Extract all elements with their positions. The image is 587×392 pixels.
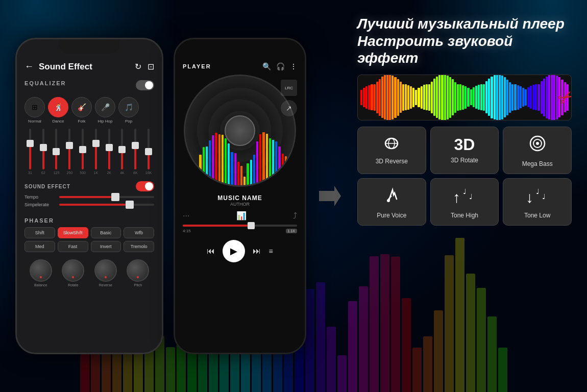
progress-thumb[interactable] bbox=[248, 222, 255, 229]
eq-freq-2K: 2K bbox=[107, 171, 111, 175]
3d-reverse-icon bbox=[381, 136, 402, 154]
preset-folk[interactable]: 🎸 Folk bbox=[71, 97, 92, 124]
player-title: PLAYER bbox=[183, 63, 257, 69]
eq-thumb-31[interactable] bbox=[27, 140, 34, 147]
balance-label: Balance bbox=[34, 283, 47, 287]
eq-slider-track-31[interactable] bbox=[29, 129, 31, 169]
preset-normal[interactable]: ⊞ Normal bbox=[25, 97, 45, 124]
share-icon[interactable]: ↗ bbox=[281, 100, 297, 116]
tempo-thumb[interactable] bbox=[111, 193, 119, 201]
eq-fill-31 bbox=[29, 145, 31, 169]
simpelerate-thumb[interactable] bbox=[126, 201, 134, 209]
tempo-fill bbox=[59, 196, 111, 198]
mega-bass-label: Mega Bass bbox=[522, 160, 553, 167]
preset-icon-hiphop: 🎤 bbox=[95, 97, 115, 117]
vinyl-spectrum bbox=[193, 124, 287, 185]
eq-slider-track-2K[interactable] bbox=[108, 129, 110, 169]
headphones-icon[interactable]: 🎧 bbox=[276, 62, 285, 70]
effect-pure-voice[interactable]: Pure Voice bbox=[357, 178, 426, 226]
phaser-shift[interactable]: Shift bbox=[25, 227, 55, 238]
eq-freq-62: 62 bbox=[41, 171, 45, 175]
play-button[interactable]: ▶ bbox=[223, 240, 245, 262]
effect-3d-reverse[interactable]: 3D Reverse bbox=[357, 127, 426, 174]
eq-thumb-125[interactable] bbox=[53, 148, 60, 155]
phaser-med[interactable]: Med bbox=[25, 241, 55, 252]
svg-text:♩: ♩ bbox=[542, 192, 546, 201]
eq-freq-4K: 4K bbox=[120, 171, 125, 175]
phone-notch bbox=[59, 39, 120, 54]
phaser-tremolo[interactable]: Tremolo bbox=[124, 241, 154, 252]
eq-icon[interactable]: 📊 bbox=[236, 211, 247, 220]
effect-tone-high[interactable]: ↑ ♩ ♩ Tone High bbox=[430, 178, 499, 226]
current-time: 4:15 bbox=[183, 229, 191, 233]
effect-tone-low[interactable]: ↓ ♩ ♩ Tone Low bbox=[503, 178, 572, 226]
rotate-knob[interactable] bbox=[62, 259, 84, 282]
tempo-slider[interactable] bbox=[59, 196, 154, 198]
eq-thumb-4K[interactable] bbox=[118, 146, 126, 153]
phaser-slowshift[interactable]: SlowShift bbox=[58, 227, 88, 238]
phaser-buttons: Shift SlowShift Basic Wfb Med Fast Inver… bbox=[25, 227, 154, 252]
pitch-knob[interactable] bbox=[127, 259, 149, 282]
back-button[interactable]: ← bbox=[25, 61, 34, 72]
eq-thumb-1K[interactable] bbox=[92, 140, 100, 147]
arrow-divider bbox=[316, 183, 342, 209]
effect-mega-bass[interactable]: Mega Bass bbox=[503, 127, 572, 174]
simpelerate-slider[interactable] bbox=[59, 204, 154, 206]
progress-fill bbox=[183, 225, 251, 227]
eq-slider-62: 62 bbox=[38, 129, 49, 175]
search-icon[interactable]: 🔍 bbox=[262, 62, 271, 70]
prev-button[interactable]: ⏮ bbox=[207, 247, 215, 256]
phaser-wfb[interactable]: Wfb bbox=[124, 227, 154, 238]
eq-slider-16K: 16K bbox=[143, 129, 154, 175]
effect-3d-rotate[interactable]: 3D 3D Rotate bbox=[430, 127, 499, 174]
eq-freq-250: 250 bbox=[66, 171, 72, 175]
eq-thumb-8K[interactable] bbox=[132, 142, 139, 149]
eq-slider-track-4K[interactable] bbox=[121, 129, 123, 169]
phaser-invert[interactable]: Invert bbox=[91, 241, 121, 252]
eq-slider-track-250[interactable] bbox=[68, 129, 70, 169]
refresh-icon[interactable]: ↻ bbox=[135, 62, 141, 71]
eq-sliders: 31621252505001K2K4K8K16K bbox=[17, 126, 162, 177]
eq-slider-track-62[interactable] bbox=[42, 129, 44, 169]
playlist-button[interactable]: ≡ bbox=[268, 247, 273, 255]
eq-slider-31: 31 bbox=[25, 129, 36, 175]
eq-slider-track-1K[interactable] bbox=[95, 129, 97, 169]
eq-toggle[interactable] bbox=[136, 80, 154, 90]
waveform-canvas bbox=[358, 75, 571, 120]
balance-knob[interactable] bbox=[30, 259, 52, 282]
eq-slider-8K: 8K bbox=[130, 129, 141, 175]
next-button[interactable]: ⏭ bbox=[253, 247, 261, 256]
phaser-fast[interactable]: Fast bbox=[58, 241, 88, 252]
preset-dance[interactable]: 🕺 Dance bbox=[48, 97, 68, 124]
eq-thumb-2K[interactable] bbox=[106, 144, 113, 151]
reverse-knob[interactable] bbox=[94, 259, 117, 282]
eq-freq-125: 125 bbox=[54, 171, 60, 175]
lrc-icon[interactable]: LRC bbox=[281, 80, 297, 96]
eq-freq-1K: 1K bbox=[94, 171, 99, 175]
dots-icon[interactable]: ··· bbox=[183, 211, 189, 220]
eq-slider-track-125[interactable] bbox=[55, 129, 57, 169]
tone-high-label: Tone High bbox=[451, 212, 478, 219]
progress-bar[interactable] bbox=[183, 225, 297, 227]
eq-thumb-16K[interactable] bbox=[145, 148, 152, 155]
right-panel: Лучший музыкальный плеер Настроить звуко… bbox=[352, 10, 572, 382]
eq-thumb-62[interactable] bbox=[40, 144, 47, 151]
se-toggle[interactable] bbox=[136, 181, 154, 191]
eq-fill-16K bbox=[148, 153, 150, 169]
eq-fill-500 bbox=[82, 151, 84, 169]
eq-slider-track-8K[interactable] bbox=[134, 129, 136, 169]
save-icon[interactable]: ⊡ bbox=[148, 62, 154, 71]
eq-thumb-250[interactable] bbox=[66, 142, 73, 149]
player-controls: ⏮ ▶ ⏭ ≡ bbox=[175, 236, 305, 266]
menu-icon[interactable]: ⋮ bbox=[290, 62, 297, 70]
preset-pop[interactable]: 🎵 Pop bbox=[118, 97, 139, 124]
share-icon2[interactable]: ⤴ bbox=[293, 211, 297, 220]
eq-slider-track-16K[interactable] bbox=[148, 129, 150, 169]
preset-hiphop[interactable]: 🎤 Hip Hop bbox=[95, 97, 115, 124]
phaser-basic[interactable]: Basic bbox=[91, 227, 121, 238]
rotate-label: Rotate bbox=[68, 283, 79, 287]
eq-thumb-500[interactable] bbox=[79, 146, 86, 153]
eq-freq-500: 500 bbox=[80, 171, 86, 175]
eq-slider-track-500[interactable] bbox=[82, 129, 84, 169]
preset-label-folk: Folk bbox=[78, 119, 85, 124]
